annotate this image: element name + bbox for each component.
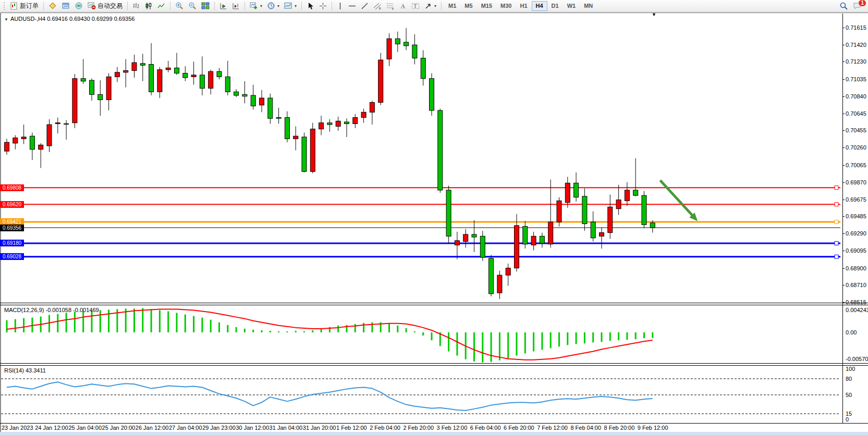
candle	[370, 101, 374, 125]
zoom-out-icon	[188, 2, 197, 10]
macd-indicator-panel[interactable]	[0, 305, 842, 363]
market-watch-button[interactable]	[46, 1, 59, 11]
line-chart-button[interactable]	[155, 1, 167, 11]
chart-menu-arrow-icon[interactable]: ▼	[4, 17, 8, 22]
timeframe-button-d1[interactable]: D1	[547, 1, 563, 11]
line-handle[interactable]	[835, 203, 838, 206]
chevron-down-icon: ▾	[295, 4, 297, 8]
macd-histogram-bar	[516, 332, 518, 356]
text-label-tool-button[interactable]: T	[409, 1, 422, 11]
candle	[387, 33, 392, 66]
timeframe-button-mn[interactable]: MN	[580, 1, 597, 11]
macd-histogram-bar	[108, 309, 109, 332]
chevron-down-icon: ▾	[277, 4, 279, 8]
macd-histogram-bar	[491, 332, 492, 362]
candle	[616, 185, 621, 215]
chart-dock-arrow-icon[interactable]: ▼	[652, 12, 656, 17]
arrows-tool-button[interactable]: ▾	[422, 1, 438, 11]
templates-button[interactable]: ▾	[282, 1, 299, 11]
panel-splitter-line[interactable]	[0, 365, 868, 366]
timeframe-button-m1[interactable]: M1	[444, 1, 460, 11]
macd-histogram-bar	[185, 315, 186, 332]
candle	[242, 81, 247, 104]
candle	[625, 182, 629, 206]
bar-chart-button[interactable]	[130, 1, 142, 11]
timeframe-button-h1[interactable]: H1	[516, 1, 531, 11]
rsi-indicator-panel[interactable]	[0, 366, 842, 423]
trend-arrow-annotation[interactable]	[660, 180, 692, 216]
timeframe-button-m30[interactable]: M30	[496, 1, 516, 11]
tile-windows-button[interactable]	[199, 1, 212, 11]
fibonacci-tool-button[interactable]: F	[384, 1, 397, 11]
macd-histogram-bar	[244, 329, 246, 332]
zoom-out-button[interactable]	[186, 1, 199, 11]
zoom-in-button[interactable]	[173, 1, 186, 11]
candle	[327, 119, 332, 132]
candle	[140, 54, 145, 81]
macd-signal-line	[7, 309, 653, 359]
macd-histogram-bar	[57, 314, 58, 332]
horizontal-line-tool-button[interactable]	[346, 1, 358, 11]
candle	[404, 28, 409, 51]
rsi-label: RSI(14) 43.3411	[4, 367, 46, 374]
macd-histogram-bar	[431, 332, 433, 340]
trendline-tool-button[interactable]	[359, 1, 371, 11]
panel-splitter-line[interactable]	[0, 363, 868, 364]
macd-histogram-bar	[66, 313, 67, 332]
candle	[157, 67, 162, 98]
candle	[540, 233, 544, 248]
macd-histogram-bar	[363, 323, 364, 332]
candle	[132, 55, 137, 78]
timeframe-button-h4[interactable]: H4	[532, 1, 547, 11]
vertical-line-tool-button[interactable]	[335, 1, 346, 11]
channel-tool-button[interactable]: E	[371, 1, 384, 11]
candle	[183, 66, 188, 81]
navigator-button[interactable]	[59, 1, 72, 11]
trendline-icon	[361, 2, 369, 10]
candle	[438, 109, 443, 193]
candle	[81, 59, 85, 84]
macd-histogram-bar	[82, 311, 84, 332]
line-handle[interactable]	[835, 241, 838, 245]
macd-histogram-bar	[626, 332, 628, 340]
cursor-tool-button[interactable]	[304, 1, 316, 11]
macd-histogram-bar	[533, 332, 534, 351]
candle	[39, 143, 43, 168]
zoom-in-icon	[175, 2, 184, 10]
notifications-button[interactable]: 1	[851, 1, 864, 11]
candle	[106, 73, 111, 110]
search-button[interactable]	[837, 1, 850, 11]
macd-histogram-bar	[23, 318, 25, 332]
macd-histogram-bar	[354, 324, 356, 332]
autotrading-button[interactable]: 自动交易	[85, 1, 125, 11]
timeframe-button-m5[interactable]: M5	[460, 1, 476, 11]
crosshair-tool-button[interactable]	[317, 1, 329, 11]
line-handle[interactable]	[835, 255, 838, 258]
periods-button[interactable]: ▾	[265, 1, 282, 11]
candle	[633, 158, 638, 196]
main-price-chart[interactable]	[0, 14, 842, 303]
candlestick-chart-button[interactable]	[143, 1, 155, 11]
panel-splitter-line[interactable]	[0, 305, 868, 305]
candle	[294, 127, 298, 151]
candle	[600, 227, 604, 248]
candle	[497, 271, 502, 299]
line-handle[interactable]	[835, 220, 838, 223]
new-order-button[interactable]: 新订单	[8, 1, 41, 11]
panel-splitter-line[interactable]	[0, 303, 868, 303]
terminal-button[interactable]	[72, 1, 85, 11]
line-handle[interactable]	[835, 186, 838, 190]
macd-histogram-bar	[142, 308, 143, 332]
timeframe-button-m15[interactable]: M15	[477, 1, 496, 11]
timeframe-button-w1[interactable]: W1	[563, 1, 580, 11]
candle	[5, 139, 9, 155]
auto-scroll-button[interactable]	[217, 1, 229, 11]
chart-shift-button[interactable]	[230, 1, 242, 11]
macd-histogram-bar	[227, 325, 228, 332]
macd-histogram-bar	[618, 332, 619, 340]
new-order-label: 新订单	[20, 2, 39, 10]
new-chart-button[interactable]: ▾	[248, 1, 264, 11]
bottom-scrollbar-strip[interactable]	[0, 432, 868, 435]
macd-histogram-bar	[74, 312, 76, 332]
text-tool-button[interactable]: A	[397, 1, 409, 11]
